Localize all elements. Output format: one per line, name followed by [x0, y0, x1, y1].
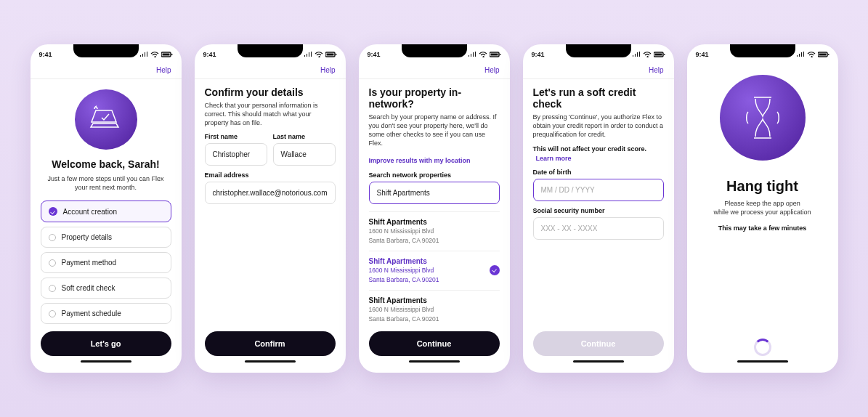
credit-subtitle: By pressing 'Continue', you authorize Fl… — [533, 113, 664, 139]
result-item[interactable]: Shift Apartments 1600 N Mississippi Blvd… — [369, 211, 500, 251]
radio-icon — [49, 310, 56, 317]
network-subtitle: Search by your property name or address.… — [369, 113, 500, 148]
home-indicator — [81, 360, 131, 363]
svg-rect-5 — [336, 54, 337, 55]
screen-welcome: 9:41 Help Welcome back, Sarah! Just a fe… — [31, 44, 182, 373]
svg-rect-2 — [171, 54, 173, 55]
last-name-label: Last name — [273, 133, 336, 140]
continue-button[interactable]: Continue — [369, 331, 500, 356]
lets-go-button[interactable]: Let's go — [41, 331, 171, 356]
help-row: Help — [523, 65, 674, 79]
confirm-title: Confirm your details — [205, 86, 336, 98]
home-indicator — [737, 360, 788, 363]
welcome-title: Welcome back, Sarah! — [41, 158, 171, 170]
laptop-icon — [86, 105, 126, 134]
step-label: Payment schedule — [62, 309, 121, 317]
result-addr2: Santa Barbara, CA 90201 — [369, 315, 439, 323]
step-property-details[interactable]: Property details — [41, 227, 171, 248]
result-name: Shift Apartments — [369, 296, 439, 304]
status-icons — [139, 52, 173, 57]
wifi-icon — [150, 52, 159, 57]
step-label: Soft credit check — [62, 284, 115, 292]
svg-rect-1 — [162, 54, 169, 56]
help-link[interactable]: Help — [484, 66, 500, 74]
hang-line1: Please keep the app open — [694, 199, 831, 208]
screen-property-network: 9:41 Help Is your property in-network? S… — [359, 44, 510, 373]
hang-line2: while we process your application — [694, 208, 831, 216]
continue-button-disabled[interactable]: Continue — [533, 331, 664, 356]
svg-rect-14 — [828, 54, 830, 55]
step-soft-credit-check[interactable]: Soft credit check — [41, 278, 171, 299]
radio-icon — [49, 259, 56, 267]
signal-icon — [632, 52, 641, 57]
result-addr1: 1600 N Mississippi Blvd — [369, 227, 439, 235]
improve-location-link[interactable]: Improve results with my location — [369, 157, 471, 164]
check-icon — [490, 265, 500, 275]
step-account-creation[interactable]: Account creation — [41, 201, 171, 222]
first-name-field[interactable]: Christopher — [205, 143, 267, 166]
hourglass-icon — [742, 92, 783, 144]
search-label: Search network properties — [369, 171, 500, 179]
wifi-icon — [315, 52, 323, 57]
credit-score-note: This will not affect your credit score. — [533, 145, 647, 153]
home-indicator — [245, 360, 296, 363]
signal-icon — [468, 52, 476, 57]
notch — [73, 44, 139, 57]
check-icon — [49, 207, 57, 216]
step-payment-schedule[interactable]: Payment schedule — [41, 303, 171, 324]
step-label: Property details — [62, 233, 112, 241]
wifi-icon — [643, 52, 652, 57]
status-time: 9:41 — [532, 51, 545, 58]
battery-icon — [490, 52, 501, 57]
step-payment-method[interactable]: Payment method — [41, 252, 171, 273]
help-row: Help — [195, 65, 346, 79]
dob-field[interactable]: MM / DD / YYYY — [533, 179, 664, 201]
learn-more-link[interactable]: Learn more — [536, 155, 572, 162]
credit-title: Let's run a soft credit check — [533, 86, 664, 110]
help-link[interactable]: Help — [649, 66, 664, 74]
confirm-subtitle: Check that your personal information is … — [205, 101, 336, 127]
result-item-selected[interactable]: Shift Apartments 1600 N Mississippi Blvd… — [369, 251, 500, 290]
first-name-label: First name — [205, 133, 267, 140]
battery-icon — [325, 52, 337, 57]
svg-rect-7 — [490, 54, 498, 56]
result-addr1: 1600 N Mississippi Blvd — [369, 306, 439, 314]
status-icons — [796, 52, 830, 57]
result-addr2: Santa Barbara, CA 90201 — [369, 237, 439, 245]
radio-icon — [49, 285, 56, 292]
help-row: Help — [31, 65, 182, 79]
help-row: Help — [359, 65, 510, 79]
battery-icon — [161, 52, 173, 57]
dob-label: Date of birth — [533, 169, 664, 176]
signal-icon — [304, 52, 312, 57]
screen-hang-tight: 9:41 Hang tight Please keep the app open… — [687, 44, 838, 373]
result-addr1: 1600 N Mississippi Blvd — [369, 267, 439, 275]
screen-credit-check: 9:41 Help Let's run a soft credit check … — [523, 44, 674, 373]
help-link[interactable]: Help — [320, 66, 336, 74]
result-name: Shift Apartments — [369, 218, 439, 226]
home-indicator — [573, 360, 624, 363]
hang-title: Hang tight — [694, 178, 831, 195]
wifi-icon — [479, 52, 487, 57]
status-time: 9:41 — [203, 51, 216, 58]
status-icons — [468, 52, 501, 57]
email-field[interactable]: christopher.wallace@notorious.com — [205, 182, 336, 204]
result-item[interactable]: Shift Apartments 1600 N Mississippi Blvd… — [369, 290, 500, 329]
status-time: 9:41 — [368, 51, 381, 58]
hang-bold: This may take a few minutes — [718, 224, 807, 232]
notch — [402, 44, 467, 57]
confirm-button[interactable]: Confirm — [205, 331, 336, 356]
search-results: Shift Apartments 1600 N Mississippi Blvd… — [369, 211, 500, 329]
step-label: Payment method — [62, 259, 117, 267]
step-label: Account creation — [63, 208, 118, 216]
signal-icon — [796, 52, 805, 57]
network-title: Is your property in-network? — [369, 86, 500, 110]
status-time: 9:41 — [696, 51, 709, 58]
search-input[interactable]: Shift Apartments — [369, 182, 500, 204]
wifi-icon — [807, 52, 816, 57]
ssn-field[interactable]: XXX - XX - XXXX — [533, 217, 664, 240]
help-link[interactable]: Help — [156, 66, 171, 74]
status-time: 9:41 — [39, 51, 52, 58]
email-label: Email address — [205, 171, 336, 179]
last-name-field[interactable]: Wallace — [273, 143, 336, 166]
